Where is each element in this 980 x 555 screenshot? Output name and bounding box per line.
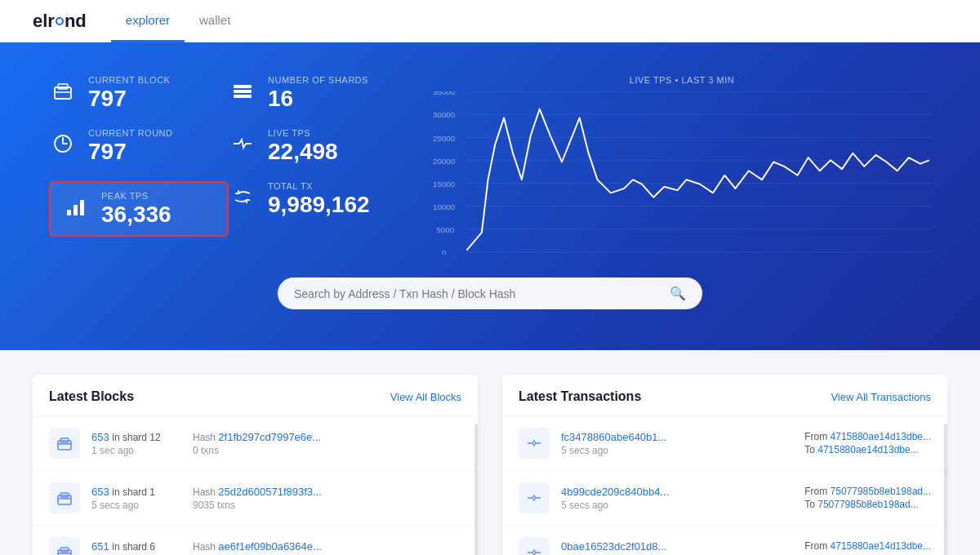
svg-text:35000: 35000 [433,91,456,96]
txns-panel-title: Latest Transactions [519,389,641,404]
blocks-list: 653 in shard 12 1 sec ago Hash 2f1fb297c… [33,416,478,555]
block-list-item: 651 in shard 6 5 secs ago Hash ae6f1ef09… [33,526,478,555]
block-time: 1 sec ago [91,445,181,456]
tx-from: From 4715880ae14d13dbe... [804,540,931,552]
live-tps-icon [229,130,256,158]
block-hash-link[interactable]: Hash 2f1fb297cd7997e6e... [193,431,321,443]
latest-blocks-panel: Latest Blocks View All Blocks 653 in sha… [33,375,478,555]
svg-text:30000: 30000 [433,110,456,119]
tx-item-main: 0bae16523dc2f01d8... 5 secs ago [561,540,793,556]
block-item-main: 651 in shard 6 5 secs ago [91,540,181,556]
tx-list-item: fc3478860abe640b1... 5 secs ago From 471… [502,416,947,471]
svg-text:15000: 15000 [433,180,456,189]
tx-list-item: 0bae16523dc2f01d8... 5 secs ago From 471… [502,526,947,555]
hero-section: CURRENT BLOCK 797 CURRENT ROUND 797 [0,42,980,350]
main-content: Latest Blocks View All Blocks 653 in sha… [0,350,980,555]
block-hash-link[interactable]: Hash 25d2d600571f893f3... [193,486,322,498]
svg-rect-10 [234,90,252,93]
block-item-icon [49,482,80,513]
current-block-stat: CURRENT BLOCK 797 [49,75,229,112]
block-item-details: Hash 25d2d600571f893f3... 9035 txns [193,486,322,511]
svg-text:25000: 25000 [433,134,456,143]
tx-time: 5 secs ago [561,445,793,456]
blocks-panel-title: Latest Blocks [49,389,134,404]
live-tps-stat: LIVE TPS 22,498 [229,128,408,165]
header: elrnd explorer wallet [0,0,980,42]
tx-hash-link[interactable]: 4b99cde209c840bb4... [561,486,793,498]
nav-tab-wallet[interactable]: wallet [185,0,245,42]
chart-title: LIVE TPS • LAST 3 MIN [433,75,931,85]
tx-time: 5 secs ago [561,500,793,511]
peak-tps-stat: PEAK TPS 36,336 [49,181,229,238]
current-round-info: CURRENT ROUND 797 [88,128,172,165]
round-icon [49,130,77,158]
block-icon [49,77,77,104]
nav-tab-explorer[interactable]: explorer [111,0,185,42]
search-container: 🔍 [49,278,931,309]
block-number-link[interactable]: 653 in shard 1 [91,486,181,498]
txns-panel-header: Latest Transactions View All Transaction… [502,375,947,416]
current-round-value: 797 [88,140,172,165]
svg-rect-7 [74,205,78,215]
block-item-icon [49,537,80,555]
total-tx-label: TOTAL TX [268,181,370,191]
tx-from: From 4715880ae14d13dbe... [804,431,931,442]
view-all-blocks-link[interactable]: View All Blocks [390,391,461,403]
block-hash-link[interactable]: Hash ae6f1ef09b0a6364e... [193,540,322,553]
current-block-info: CURRENT BLOCK 797 [88,75,170,112]
block-number-link[interactable]: 651 in shard 6 [91,540,181,553]
total-tx-info: TOTAL TX 9,989,162 [268,181,370,218]
current-round-stat: CURRENT ROUND 797 [49,128,229,165]
shards-icon [229,77,256,104]
tx-hash-link[interactable]: 0bae16523dc2f01d8... [561,540,793,553]
tx-from-to: From 4715880ae14d13dbe... To 4715880ae14… [804,431,931,455]
live-tps-value: 22,498 [268,140,338,165]
stats-middle: NUMBER OF SHARDS 16 LIVE TPS 22,498 [229,75,408,217]
current-block-value: 797 [88,87,170,112]
search-input[interactable] [294,287,662,300]
search-icon: 🔍 [670,286,686,301]
block-txns: 0 txns [193,445,321,456]
tx-from: From 75077985b8eb198ad... [804,486,931,497]
svg-rect-8 [80,200,84,215]
txns-list: fc3478860abe640b1... 5 secs ago From 471… [502,416,947,555]
tx-list-item: 4b99cde209c840bb4... 5 secs ago From 750… [502,471,947,526]
peak-tps-value: 36,336 [101,202,172,228]
block-item-details: Hash 2f1fb297cd7997e6e... 0 txns [193,431,321,456]
tx-to: To 75077985b8eb198ad... [804,499,931,510]
svg-rect-11 [234,95,252,98]
tx-item-icon [519,482,550,513]
peak-tps-icon [62,193,90,220]
svg-rect-6 [67,210,71,215]
live-tps-label: LIVE TPS [268,128,338,138]
num-shards-label: NUMBER OF SHARDS [268,75,368,85]
block-txns: 9035 txns [193,500,322,511]
logo-circle [56,17,64,25]
tx-from-to: From 4715880ae14d13dbe... To 4715880ae14… [804,540,931,555]
block-list-item: 653 in shard 1 5 secs ago Hash 25d2d6005… [33,471,478,526]
current-block-label: CURRENT BLOCK [88,75,170,85]
stats-left: CURRENT BLOCK 797 CURRENT ROUND 797 [49,75,229,237]
tx-hash-link[interactable]: fc3478860abe640b1... [561,431,793,443]
current-round-label: CURRENT ROUND [88,128,172,138]
peak-tps-label: PEAK TPS [101,191,172,201]
total-tx-value: 9,989,162 [268,193,370,218]
tx-item-icon [519,537,550,555]
block-list-item: 653 in shard 12 1 sec ago Hash 2f1fb297c… [33,416,478,471]
num-shards-info: NUMBER OF SHARDS 16 [268,75,368,112]
svg-rect-9 [234,85,252,88]
chart-area: 35000 30000 25000 20000 15000 10000 5000… [433,91,931,255]
tx-from-to: From 75077985b8eb198ad... To 75077985b8e… [804,486,931,510]
num-shards-stat: NUMBER OF SHARDS 16 [229,75,408,112]
live-tps-info: LIVE TPS 22,498 [268,128,338,165]
view-all-txns-link[interactable]: View All Transactions [831,391,931,403]
tx-item-main: fc3478860abe640b1... 5 secs ago [561,431,793,456]
svg-text:20000: 20000 [433,157,456,166]
total-tx-stat: TOTAL TX 9,989,162 [229,181,408,218]
total-tx-icon [229,183,256,211]
block-number-link[interactable]: 653 in shard 12 [91,431,181,443]
nav-tabs: explorer wallet [111,0,246,42]
block-item-main: 653 in shard 1 5 secs ago [91,486,181,511]
num-shards-value: 16 [268,87,368,112]
blocks-panel-header: Latest Blocks View All Blocks [33,375,478,416]
